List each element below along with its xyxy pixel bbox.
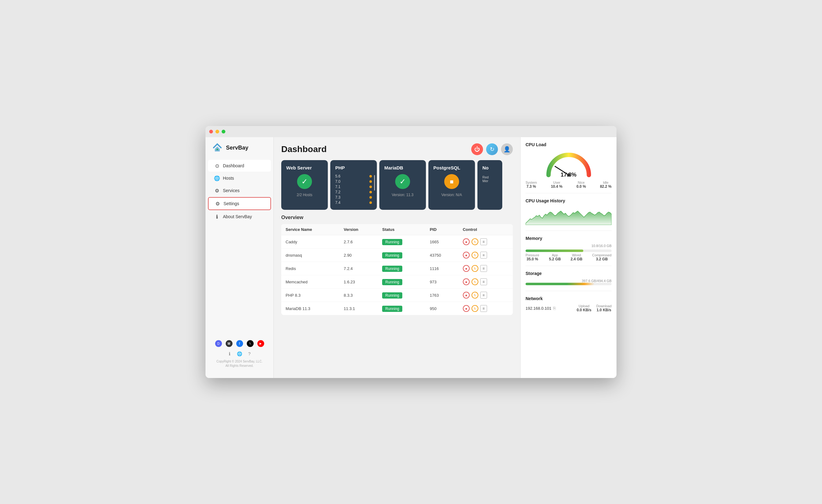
card-lines: Red Mer	[482, 175, 489, 183]
mariadb-card[interactable]: MariaDB ✓ Version: 11.3	[379, 160, 426, 210]
info-icon: ℹ	[214, 214, 220, 219]
php-version-row: 7.2	[335, 190, 372, 194]
service-name-cell: MariaDB 11.3	[281, 302, 339, 315]
memory-bar-fill	[525, 249, 583, 252]
app-window: ServBay ⊙ Dashboard 🌐 Hosts ⚙ Services ⚙…	[206, 126, 616, 378]
control-cell: ■ ↻ ≡	[458, 248, 513, 262]
globe-bottom-icon[interactable]: 🌐	[237, 351, 243, 357]
log-button[interactable]: ≡	[480, 265, 487, 272]
sidebar-bottom: D M f 𝕏 ▶ ℹ 🌐 ? CopyRight © 2024 ServBay…	[206, 335, 274, 373]
control-buttons: ■ ↻ ≡	[463, 238, 508, 245]
main-content: Dashboard ⏻ ↻ 👤 Web Server ✓ 2/2 Hosts	[274, 137, 520, 378]
card-subtitle: 2/2 Hosts	[286, 193, 323, 197]
youtube-icon[interactable]: ▶	[257, 340, 264, 347]
log-button[interactable]: ≡	[480, 292, 487, 299]
restart-button[interactable]: ↻	[471, 279, 478, 285]
network-stats: Upload 0.0 KB/s Download 1.0 KB/s	[577, 304, 611, 312]
control-cell: ■ ↻ ≡	[458, 275, 513, 289]
sidebar-item-dashboard[interactable]: ⊙ Dashboard	[208, 160, 271, 172]
overview-title: Overview	[281, 215, 513, 220]
cpu-history-section: CPU Usage History	[525, 198, 611, 231]
discord-icon[interactable]: D	[215, 340, 222, 347]
user-button[interactable]: 👤	[501, 143, 513, 155]
help-bottom-icon[interactable]: ?	[247, 351, 253, 357]
close-button[interactable]	[209, 130, 213, 133]
logo-icon	[212, 142, 223, 153]
stop-button[interactable]: ■	[463, 238, 470, 245]
running-icon: ✓	[297, 174, 312, 189]
stop-button[interactable]: ■	[463, 292, 470, 299]
stopped-icon: ■	[444, 174, 459, 189]
status-badge: Running	[382, 239, 402, 245]
table-row: Memcached 1.6.23 Running 973 ■ ↻ ≡	[281, 275, 513, 289]
cpu-stats: System 7.3 % User 10.4 % Nice 0.0 % Idle…	[525, 181, 611, 189]
sidebar-item-hosts[interactable]: 🌐 Hosts	[208, 172, 271, 184]
cpu-gauge-area: 17.8%	[525, 150, 611, 178]
webserver-card[interactable]: Web Server ✓ 2/2 Hosts	[281, 160, 328, 210]
restart-button[interactable]: ↻	[471, 292, 478, 299]
cpu-system-val: 7.3 %	[525, 184, 537, 189]
status-cell: Running	[378, 235, 425, 248]
log-button[interactable]: ≡	[480, 305, 487, 312]
stop-button[interactable]: ■	[463, 279, 470, 285]
restart-button[interactable]: ↻	[471, 305, 478, 312]
version-cell: 2.7.6	[339, 235, 378, 248]
power-button[interactable]: ⏻	[471, 143, 483, 155]
memory-compressed-stat: Compressed 3.2 GB	[592, 253, 611, 261]
upload-label: Upload	[577, 304, 591, 308]
memory-pressure-val: 35.0 %	[525, 257, 539, 261]
cpu-user-val: 10.4 %	[551, 184, 562, 189]
restart-button[interactable]: ↻	[471, 238, 478, 245]
log-button[interactable]: ≡	[480, 238, 487, 245]
sidebar-item-services[interactable]: ⚙ Services	[208, 185, 271, 196]
medium-icon[interactable]: M	[226, 340, 233, 347]
sidebar-item-settings[interactable]: ⚙ Settings	[208, 197, 271, 210]
download-label: Download	[596, 304, 611, 308]
control-cell: ■ ↻ ≡	[458, 262, 513, 275]
service-name-cell: Caddy	[281, 235, 339, 248]
copy-icon[interactable]: ⎘	[553, 306, 556, 311]
log-button[interactable]: ≡	[480, 279, 487, 285]
dashboard-icon: ⊙	[214, 163, 220, 168]
status-cell: Running	[378, 262, 425, 275]
card-subtitle: Version: N/A	[433, 193, 470, 197]
status-cell: Running	[378, 275, 425, 289]
maximize-button[interactable]	[222, 130, 226, 133]
stop-button[interactable]: ■	[463, 305, 470, 312]
version-cell: 8.3.3	[339, 289, 378, 302]
stop-button[interactable]: ■	[463, 252, 470, 259]
logo-text: ServBay	[226, 145, 248, 151]
facebook-icon[interactable]: f	[236, 340, 243, 347]
php-version-row: 5.6	[335, 174, 372, 178]
sidebar-item-about[interactable]: ℹ About ServBay	[208, 211, 271, 222]
bottom-icons-row: ℹ 🌐 ?	[212, 351, 267, 357]
cpu-load-title: CPU Load	[525, 142, 611, 147]
php-version-row: 7.0	[335, 179, 372, 184]
table-row: MariaDB 11.3 11.3.1 Running 950 ■ ↻ ≡	[281, 302, 513, 315]
download-val: 1.0 KB/s	[596, 308, 611, 312]
col-control: Control	[458, 224, 513, 235]
pid-cell: 1763	[426, 289, 458, 302]
twitter-icon[interactable]: 𝕏	[247, 340, 254, 347]
memory-label: 10.8/16.0 GB	[525, 244, 611, 247]
pid-cell: 1665	[426, 235, 458, 248]
cpu-idle-val: 82.2 %	[600, 184, 611, 189]
network-ip: 192.168.0.101	[525, 306, 551, 311]
postgresql-card[interactable]: PostgreSQL ■ Version: N/A	[428, 160, 475, 210]
header-actions: ⏻ ↻ 👤	[471, 143, 513, 155]
php-card[interactable]: PHP 5.6 7.0 7.1 7.2	[330, 160, 377, 210]
memory-bar-bg	[525, 249, 611, 252]
running-icon: ✓	[395, 174, 410, 189]
sidebar-item-label: Services	[223, 188, 240, 193]
restart-button[interactable]: ↻	[471, 265, 478, 272]
card-icon-area: ✓	[286, 174, 323, 189]
restart-button[interactable]: ↻	[471, 252, 478, 259]
minimize-button[interactable]	[216, 130, 219, 133]
status-cell: Running	[378, 248, 425, 262]
php-version-row: 7.1	[335, 185, 372, 189]
other-card[interactable]: No Red Mer	[477, 160, 502, 210]
stop-button[interactable]: ■	[463, 265, 470, 272]
log-button[interactable]: ≡	[480, 252, 487, 259]
info-bottom-icon[interactable]: ℹ	[227, 351, 233, 357]
refresh-button[interactable]: ↻	[486, 143, 498, 155]
